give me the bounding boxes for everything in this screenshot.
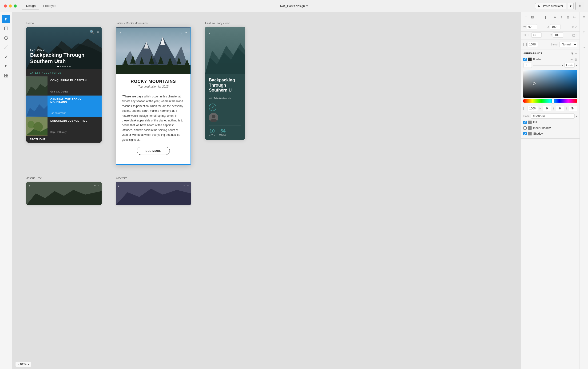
y-input[interactable] [553,32,563,38]
fill-swatch[interactable] [528,121,532,124]
dot-1[interactable] [57,66,59,67]
minimize-button[interactable] [9,4,12,8]
dot-4[interactable] [64,66,66,67]
opacity-percent[interactable] [528,106,538,111]
dot-2[interactable] [60,66,61,67]
list-item-1[interactable]: CONQUERING EL CAPITAN Gear and Guides [26,76,102,96]
color-handle[interactable] [533,82,536,85]
hue-bar[interactable] [523,99,577,102]
tab-design[interactable]: Design [22,3,39,10]
phone-frame-home: Home [26,22,102,143]
border-position-select[interactable]: Inside [565,63,575,68]
close-button[interactable] [4,4,7,8]
corners-group: ▢ 0 [572,33,577,37]
bottom-search-icon-yosemite[interactable]: ○ [183,184,185,187]
line-tool[interactable] [2,43,10,51]
h-input[interactable] [531,32,542,38]
list-item-3[interactable]: LONGREAD: JOSHUE TREE Dept. of History [26,117,102,136]
menu-icon[interactable]: ≡ [97,30,99,34]
dot-3[interactable] [62,66,63,67]
blend-select[interactable]: Normal Multiply Screen Overlay [559,42,577,47]
hero-content: FEATURED Backpacking Through Southern Ut… [30,49,102,64]
list-item-2[interactable]: CAMPING: THE ROCKY MOUNTAINS Top destina… [26,96,102,117]
shadow-checkbox[interactable] [523,132,527,135]
export-button[interactable]: ⬆ [576,2,584,10]
border-width-input[interactable] [523,62,532,68]
list-subtitle-2: Top destination [50,112,99,114]
h-label: H [528,34,530,36]
bottom-icons-joshua: ○ ≡ [94,184,99,187]
fill-checkbox[interactable] [523,121,527,124]
phone-home: 🔍 ≡ FEATURED Backpacking Through Souther… [26,27,102,143]
b-color-input[interactable] [569,106,577,111]
featured-label: FEATURED [30,49,102,51]
filters-icon[interactable]: ⊟ [581,22,587,28]
bottom-menu-icon-joshua[interactable]: ≡ [98,184,99,187]
thumb-3 [26,117,48,136]
device-simulator-button[interactable]: ▶ Device Simulator [535,3,566,9]
h-color-input[interactable] [543,106,551,111]
align-left-icon[interactable]: | [543,14,548,20]
s-color-input[interactable] [556,106,564,111]
circle-icon[interactable]: ○ [581,44,587,50]
device-sim-dropdown[interactable]: ▾ [568,3,574,9]
add-appearance-button[interactable]: + [575,51,577,56]
align-top-icon[interactable]: ⊤ [523,14,529,20]
phone2-search-icon[interactable]: ○ [180,31,182,34]
opacity-input[interactable] [528,42,538,47]
phone3-stats: 10 DAYS 54 MILES [209,125,241,136]
bottom-back-icon-yosemite[interactable]: ‹ [118,184,119,188]
dist-v-icon[interactable]: ⇕ [558,14,564,20]
text-icon[interactable]: T [581,29,587,35]
chevron-down-icon[interactable]: ▾ [306,4,308,8]
circle-tool[interactable] [2,34,10,42]
component-tool[interactable] [2,72,10,80]
pen-tool[interactable] [2,53,10,61]
dist-h-icon[interactable]: ⇔ [552,14,558,20]
zoom-down-button[interactable]: ▼ [28,363,30,366]
tab-prototype[interactable]: Prototype [39,3,60,10]
dot-5[interactable] [67,66,68,67]
shadow-swatch[interactable] [528,132,532,135]
w-input[interactable] [527,24,537,30]
dist-equal-icon[interactable]: ⊞ [565,14,571,20]
cursor-tool[interactable] [2,15,10,23]
color-gradient[interactable] [523,70,577,98]
fill-row: Fill [523,120,577,125]
copy-icon[interactable]: ⎘ [571,52,573,55]
inner-shadow-checkbox[interactable] [523,126,527,130]
border-swatch[interactable] [528,57,532,61]
zoom-up-button[interactable]: ▲ [17,363,19,366]
phone2-menu-icon[interactable]: ≡ [185,31,187,34]
y-label: Y [550,34,552,36]
dot-6[interactable] [69,66,70,67]
phone3-back-icon[interactable]: ‹ [208,30,210,35]
phone2-back-icon[interactable]: ‹ [120,31,121,36]
layers-icon[interactable]: ≡ [581,14,587,20]
bottom-back-icon-joshua[interactable]: ‹ [29,184,30,188]
hex-input[interactable] [531,113,575,119]
align-right-icon[interactable]: ⊢ [572,14,578,20]
hsb-row: H S B [523,104,577,113]
bottom-menu-icon-yosemite[interactable]: ≡ [187,184,189,187]
text-tool[interactable]: T [2,62,10,70]
align-middle-h-icon[interactable]: ⊟ [530,14,536,20]
inner-shadow-swatch[interactable] [528,126,532,130]
maximize-button[interactable] [14,4,17,8]
stat-days: 10 DAYS [209,128,215,136]
align-bottom-icon[interactable]: ⊥ [536,14,542,20]
hue-handle[interactable] [552,99,554,103]
list-content-2: CAMPING: THE ROCKY MOUNTAINS Top destina… [48,96,102,117]
image-icon[interactable]: ⊞ [581,37,587,43]
delete-border-icon[interactable]: 🗑 [574,58,577,61]
x-input[interactable] [550,24,560,30]
edit-border-icon[interactable]: ✏ [571,58,573,61]
rectangle-tool[interactable] [2,24,10,32]
see-more-button[interactable]: SEE MORE [137,147,170,155]
list-content-1: CONQUERING EL CAPITAN Gear and Guides [48,76,102,95]
border-checkbox[interactable] [523,58,527,61]
svg-rect-5 [6,74,8,75]
search-icon[interactable]: 🔍 [90,30,94,34]
bottom-search-icon-joshua[interactable]: ○ [94,184,96,187]
mode-tabs: Design Prototype [22,3,60,10]
